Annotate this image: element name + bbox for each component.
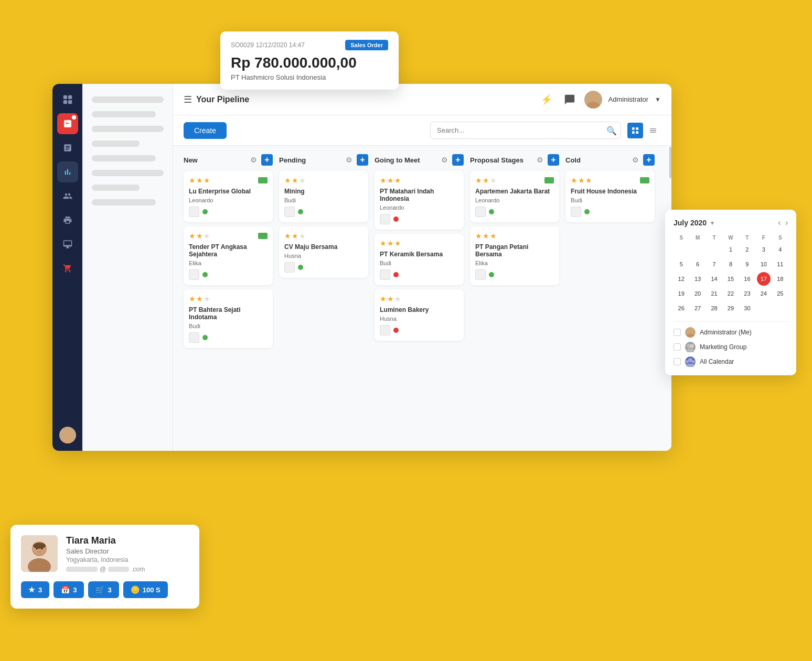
cal-day[interactable]: 30 bbox=[740, 301, 754, 315]
card-top: ★ ★ ★ bbox=[475, 232, 554, 240]
star: ★ bbox=[196, 176, 203, 185]
col-settings-new[interactable]: ⚙ bbox=[248, 154, 259, 166]
cal-day-header: T bbox=[707, 234, 722, 242]
cal-day[interactable]: 11 bbox=[773, 257, 787, 271]
cal-day[interactable]: 16 bbox=[740, 272, 754, 286]
stars: ★ ★ ★ bbox=[380, 176, 401, 185]
cal-day[interactable]: 13 bbox=[691, 272, 704, 286]
stat-favorites[interactable]: ★ 3 bbox=[21, 581, 49, 598]
sales-order-popup: SO0029 12/12/2020 14:47 Sales Order Rp 7… bbox=[220, 31, 399, 90]
cal-day[interactable]: 5 bbox=[675, 257, 688, 271]
card-avatar bbox=[284, 207, 295, 217]
col-add-new[interactable]: + bbox=[261, 154, 273, 166]
sidebar-icon-cart[interactable] bbox=[57, 258, 78, 279]
cal-day[interactable]: 28 bbox=[708, 301, 721, 315]
cal-day[interactable]: 9 bbox=[740, 257, 754, 271]
cal-day[interactable]: 8 bbox=[724, 257, 738, 271]
sidebar-icon-chart[interactable] bbox=[57, 161, 78, 182]
stat-orders-count: 3 bbox=[108, 586, 111, 594]
svg-rect-10 bbox=[632, 131, 635, 134]
cal-day[interactable]: 24 bbox=[757, 287, 771, 300]
star: ★ bbox=[571, 176, 578, 185]
cal-day[interactable]: 21 bbox=[708, 287, 721, 300]
cal-day[interactable]: 4 bbox=[773, 243, 787, 256]
sidebar-icon-home[interactable] bbox=[57, 89, 78, 110]
card-bottom bbox=[380, 325, 458, 335]
star: ★ bbox=[299, 232, 306, 240]
search-input[interactable] bbox=[430, 122, 621, 139]
col-add-proposal[interactable]: + bbox=[548, 154, 559, 166]
cal-checkbox-group[interactable] bbox=[674, 343, 681, 351]
stat-calendar-count: 3 bbox=[73, 586, 77, 594]
cal-day[interactable]: 19 bbox=[675, 287, 688, 300]
kanban-card: ★ ★ ★ PT Pangan Petani Bersama Elika bbox=[470, 226, 559, 285]
cal-day[interactable]: 3 bbox=[757, 243, 771, 256]
cal-checkbox-admin[interactable] bbox=[674, 329, 681, 336]
admin-avatar[interactable] bbox=[584, 91, 602, 109]
cal-day[interactable]: 2 bbox=[740, 243, 754, 256]
hamburger-icon[interactable]: ☰ bbox=[184, 94, 192, 105]
chat-icon[interactable] bbox=[561, 91, 578, 108]
sidebar-icon-monitor[interactable] bbox=[57, 234, 78, 255]
so-amount: Rp 780.000.000,00 bbox=[231, 55, 388, 71]
star: ★ bbox=[292, 232, 298, 240]
col-add-pending[interactable]: + bbox=[357, 154, 368, 166]
cal-day[interactable]: 18 bbox=[773, 272, 787, 286]
card-avatar bbox=[380, 214, 390, 224]
cal-day[interactable]: 25 bbox=[773, 287, 787, 300]
cal-day[interactable]: 20 bbox=[691, 287, 704, 300]
cal-day[interactable]: 1 bbox=[724, 243, 738, 256]
grid-view-button[interactable] bbox=[627, 123, 643, 138]
bolt-icon[interactable]: ⚡ bbox=[538, 91, 555, 108]
cal-day[interactable]: 23 bbox=[740, 287, 754, 300]
stat-score[interactable]: 🪙 100 S bbox=[123, 581, 168, 598]
cal-day[interactable]: 29 bbox=[724, 301, 738, 315]
profile-title: Sales Director bbox=[66, 547, 145, 555]
cal-day[interactable]: 27 bbox=[691, 301, 704, 315]
admin-dropdown-icon[interactable]: ▼ bbox=[655, 96, 661, 103]
kanban-col-cold: Cold ⚙ + ★ ★ ★ Fruit Ho bbox=[565, 154, 655, 442]
stars: ★ ★ ★ bbox=[189, 176, 210, 185]
card-person: Budi bbox=[189, 323, 268, 329]
create-button[interactable]: Create bbox=[184, 122, 227, 139]
col-add-meet[interactable]: + bbox=[452, 154, 464, 166]
cal-day[interactable]: 22 bbox=[724, 287, 738, 300]
card-bottom bbox=[475, 207, 554, 217]
kanban-board: New ⚙ + ★ ★ ★ Lu Enterp bbox=[173, 146, 671, 451]
cal-day[interactable]: 15 bbox=[724, 272, 738, 286]
stars: ★ ★ ★ bbox=[284, 176, 306, 185]
cal-day[interactable]: 6 bbox=[691, 257, 704, 271]
list-view-button[interactable] bbox=[645, 123, 661, 138]
sidebar-icon-users[interactable] bbox=[57, 186, 78, 207]
cal-checkbox-all[interactable] bbox=[674, 358, 681, 365]
cal-day[interactable]: 7 bbox=[708, 257, 721, 271]
sidebar-icon-news[interactable] bbox=[57, 137, 78, 158]
col-add-cold[interactable]: + bbox=[643, 154, 655, 166]
col-settings-proposal[interactable]: ⚙ bbox=[534, 154, 546, 166]
cal-month-dropdown-icon[interactable]: ▼ bbox=[710, 220, 715, 226]
card-avatar bbox=[189, 269, 199, 280]
stat-orders[interactable]: 🛒 3 bbox=[88, 581, 119, 598]
col-settings-meet[interactable]: ⚙ bbox=[439, 154, 450, 166]
col-settings-cold[interactable]: ⚙ bbox=[629, 154, 641, 166]
col-settings-pending[interactable]: ⚙ bbox=[343, 154, 355, 166]
sidebar-icon-print[interactable] bbox=[57, 210, 78, 231]
stat-calendar[interactable]: 📅 3 bbox=[54, 581, 84, 598]
cal-day[interactable]: 10 bbox=[757, 257, 771, 271]
col-header-cold: Cold ⚙ + bbox=[565, 154, 655, 166]
cal-day[interactable]: 12 bbox=[675, 272, 688, 286]
svg-rect-1 bbox=[68, 95, 72, 99]
cal-next-button[interactable]: › bbox=[785, 218, 788, 227]
status-dot bbox=[202, 335, 208, 340]
cal-day-today[interactable]: 17 bbox=[757, 272, 771, 286]
stars: ★ ★ ★ bbox=[380, 295, 401, 303]
cal-prev-button[interactable]: ‹ bbox=[778, 218, 781, 227]
sidebar-icon-user-avatar[interactable] bbox=[57, 425, 78, 446]
cal-day[interactable]: 26 bbox=[675, 301, 688, 315]
card-top: ★ ★ ★ bbox=[189, 176, 268, 185]
email-bar bbox=[66, 567, 98, 572]
cal-day[interactable]: 14 bbox=[708, 272, 721, 286]
kanban-card: ★ ★ ★ Luminen Bakery Husna bbox=[375, 289, 464, 341]
search-icon[interactable]: 🔍 bbox=[606, 125, 617, 135]
sidebar-icon-badge[interactable] bbox=[57, 113, 78, 134]
